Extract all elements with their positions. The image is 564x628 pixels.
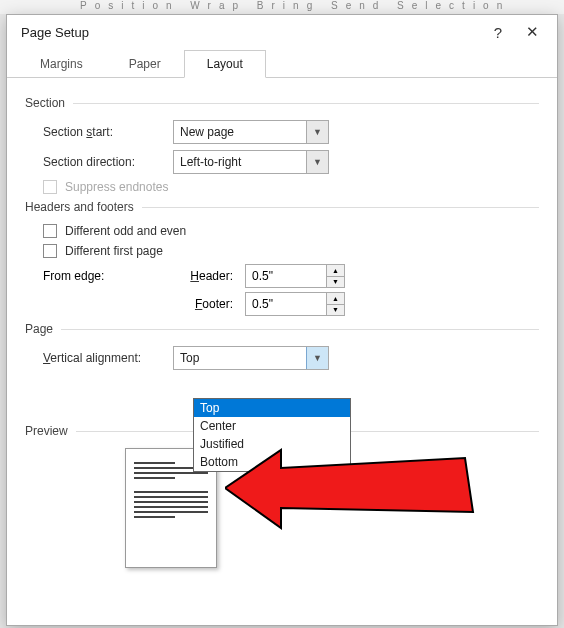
section-start-row: Section start: New page ▼ (43, 120, 539, 144)
footer-label: Footer: (173, 297, 233, 311)
section-direction-select[interactable]: Left-to-right ▼ (173, 150, 329, 174)
section-start-value: New page (174, 125, 306, 139)
section-start-label: Section start: (43, 125, 173, 139)
close-button[interactable]: ✕ (515, 23, 549, 41)
section-group-title: Section (25, 96, 539, 110)
dialog-body: Section Section start: New page ▼ Sectio… (7, 78, 557, 625)
tab-layout[interactable]: Layout (184, 50, 266, 78)
vertical-alignment-value: Top (174, 351, 306, 365)
titlebar: Page Setup ? ✕ (7, 15, 557, 49)
spinner-up-icon[interactable]: ▲ (327, 265, 344, 277)
header-label: Header: (173, 269, 233, 283)
suppress-endnotes-label: Suppress endnotes (65, 180, 168, 194)
headers-footers-group-title: Headers and footers (25, 200, 539, 214)
section-group-label: Section (25, 96, 65, 110)
option-bottom[interactable]: Bottom (194, 453, 350, 471)
header-value[interactable]: 0.5" (246, 265, 326, 287)
page-setup-dialog: Page Setup ? ✕ Margins Paper Layout Sect… (6, 14, 558, 626)
footer-spinner[interactable]: 0.5" ▲▼ (245, 292, 345, 316)
option-justified[interactable]: Justified (194, 435, 350, 453)
different-odd-even-checkbox[interactable] (43, 224, 57, 238)
ribbon-fragment: Position Wrap Bring Send Selection (0, 0, 564, 14)
dialog-title: Page Setup (21, 25, 481, 40)
option-center[interactable]: Center (194, 417, 350, 435)
tab-paper[interactable]: Paper (106, 50, 184, 78)
different-odd-even-label: Different odd and even (65, 224, 186, 238)
different-odd-even-row[interactable]: Different odd and even (43, 224, 539, 238)
page-group-title: Page (25, 322, 539, 336)
different-first-page-row[interactable]: Different first page (43, 244, 539, 258)
spinner-up-icon[interactable]: ▲ (327, 293, 344, 305)
preview-group-label: Preview (25, 424, 68, 438)
vertical-alignment-select[interactable]: Top ▼ (173, 346, 329, 370)
different-first-page-checkbox[interactable] (43, 244, 57, 258)
section-direction-label: Section direction: (43, 155, 173, 169)
help-button[interactable]: ? (481, 24, 515, 41)
chevron-down-icon[interactable]: ▼ (306, 347, 328, 369)
header-spinner[interactable]: 0.5" ▲▼ (245, 264, 345, 288)
spinner-down-icon[interactable]: ▼ (327, 305, 344, 316)
section-direction-value: Left-to-right (174, 155, 306, 169)
tab-strip: Margins Paper Layout (7, 49, 557, 78)
chevron-down-icon[interactable]: ▼ (306, 121, 328, 143)
vertical-alignment-row: Vertical alignment: Top ▼ (43, 346, 539, 370)
footer-edge-row: Footer: 0.5" ▲▼ (43, 292, 539, 316)
vertical-alignment-dropdown[interactable]: Top Center Justified Bottom (193, 398, 351, 472)
page-group-label: Page (25, 322, 53, 336)
tab-margins[interactable]: Margins (17, 50, 106, 78)
from-edge-label: From edge: (43, 269, 173, 283)
section-start-select[interactable]: New page ▼ (173, 120, 329, 144)
spinner-down-icon[interactable]: ▼ (327, 277, 344, 288)
suppress-endnotes-checkbox (43, 180, 57, 194)
vertical-alignment-label: Vertical alignment: (43, 351, 173, 365)
section-direction-row: Section direction: Left-to-right ▼ (43, 150, 539, 174)
hf-group-label: Headers and footers (25, 200, 134, 214)
suppress-endnotes-row: Suppress endnotes (43, 180, 539, 194)
header-edge-row: From edge: Header: 0.5" ▲▼ (43, 264, 539, 288)
different-first-page-label: Different first page (65, 244, 163, 258)
chevron-down-icon[interactable]: ▼ (306, 151, 328, 173)
footer-value[interactable]: 0.5" (246, 293, 326, 315)
option-top[interactable]: Top (194, 399, 350, 417)
